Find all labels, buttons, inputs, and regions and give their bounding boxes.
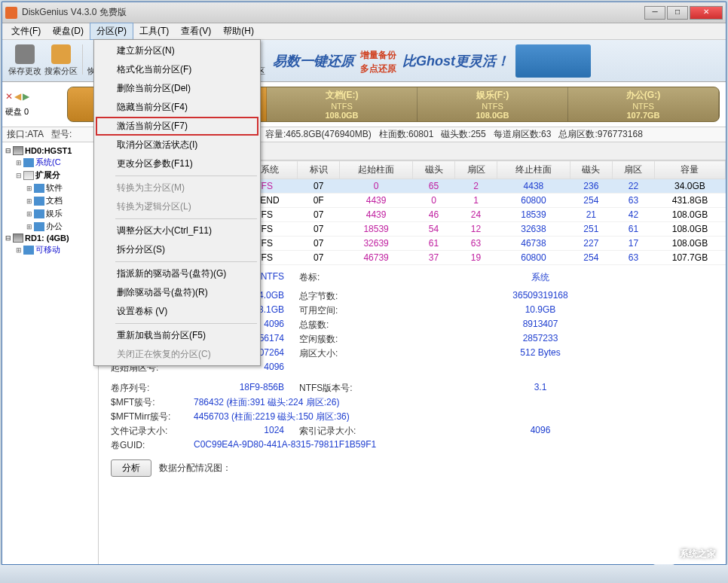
menu-item-icon bbox=[99, 305, 111, 317]
tree-vol-ent[interactable]: ⊞娱乐 bbox=[4, 207, 96, 220]
toolbar-搜索分区[interactable]: 搜索分区 bbox=[43, 44, 79, 77]
menu-reload[interactable]: 重新加载当前分区(F5) bbox=[96, 326, 258, 345]
col-header[interactable]: 磁头 bbox=[570, 161, 612, 179]
toolbar-icon bbox=[51, 44, 71, 64]
window-title: DiskGenius V4.3.0 免费版 bbox=[22, 6, 644, 19]
detail-serial-label: 卷序列号: bbox=[111, 382, 194, 395]
tree-expander-icon[interactable]: ⊞ bbox=[25, 185, 34, 192]
menu-deactivate-partition[interactable]: 取消分区激活状态(I) bbox=[96, 136, 258, 154]
cylinder-文档(E:)[interactable]: 文档(E:)NTFS108.0GB bbox=[267, 87, 418, 121]
nav-back-icon[interactable]: ◀ bbox=[14, 91, 21, 102]
menu-activate-partition[interactable]: 激活当前分区(F7) bbox=[96, 117, 258, 136]
tree-expander-icon[interactable]: ⊞ bbox=[25, 197, 34, 205]
menu-1[interactable]: 硬盘(D) bbox=[47, 23, 90, 39]
cylinder-办公(G:)[interactable]: 办公(G:)NTFS107.7GB bbox=[568, 87, 719, 121]
menu-format-partition[interactable]: 格式化当前分区(F) bbox=[96, 60, 258, 79]
nav-close-icon[interactable]: ✕ bbox=[5, 91, 13, 102]
menu-item-icon bbox=[99, 267, 111, 279]
menu-item-icon bbox=[100, 121, 112, 133]
tree-expander-icon[interactable]: ⊟ bbox=[4, 234, 13, 242]
detail-mftmirr-label: $MFTMirr簇号: bbox=[111, 411, 194, 423]
menu-hide-partition[interactable]: 隐藏当前分区(F4) bbox=[96, 98, 258, 117]
menu-set-label[interactable]: 设置卷标 (V) bbox=[96, 302, 258, 321]
menu-item-icon bbox=[99, 157, 111, 169]
tree-vol-icon bbox=[34, 222, 44, 231]
disk-nav: ✕ ◀ ▶ 硬盘 0 bbox=[2, 82, 61, 127]
tree-vol-removable[interactable]: ⊞可移动 bbox=[4, 243, 96, 256]
tree-hdd-icon bbox=[13, 146, 23, 155]
partition-menu-dropdown: 建立新分区(N)格式化当前分区(F)删除当前分区(Del)隐藏当前分区(F4)激… bbox=[93, 39, 261, 366]
tree-vol-office[interactable]: ⊞办公 bbox=[4, 220, 96, 233]
menu-split[interactable]: 拆分分区(S) bbox=[96, 240, 258, 259]
tree-disk-hd0[interactable]: ⊟HD0:HGST1 bbox=[4, 145, 96, 156]
minimize-button[interactable]: ─ bbox=[644, 6, 665, 20]
maximize-button[interactable]: □ bbox=[667, 6, 688, 20]
menu-change-params[interactable]: 更改分区参数(F11) bbox=[96, 154, 258, 173]
info-model: 型号: bbox=[51, 128, 72, 141]
tree-vol-icon bbox=[34, 197, 44, 206]
tree-expander-icon[interactable]: ⊞ bbox=[14, 159, 23, 166]
tree-disk-rd1[interactable]: ⊟RD1: (4GB) bbox=[4, 233, 96, 243]
menu-5[interactable]: 帮助(H) bbox=[217, 23, 260, 39]
menu-item-icon bbox=[99, 44, 111, 56]
menu-item-icon bbox=[99, 101, 111, 113]
col-header[interactable]: 磁头 bbox=[413, 161, 455, 179]
tree-vol-system[interactable]: ⊞系统(C bbox=[4, 156, 96, 169]
tree-disk-icon bbox=[23, 171, 34, 180]
tree-ext-partition[interactable]: ⊟扩展分 bbox=[4, 169, 96, 182]
menu-3[interactable]: 工具(T) bbox=[133, 23, 175, 39]
detail-mft-label: $MFT簇号: bbox=[111, 396, 194, 409]
info-spt: 每道扇区数:63 bbox=[494, 128, 552, 141]
tree-vol-doc[interactable]: ⊞文档 bbox=[4, 194, 96, 207]
ad-text-3: 比Ghost更灵活！ bbox=[402, 52, 509, 70]
menu-new-partition[interactable]: 建立新分区(N) bbox=[96, 41, 258, 60]
tree-vol-icon bbox=[23, 246, 34, 255]
disk-label: 硬盘 0 bbox=[5, 106, 58, 118]
col-header[interactable]: 容量 bbox=[654, 161, 725, 179]
cylinder-娱乐(F:)[interactable]: 娱乐(F:)NTFS108.0GB bbox=[418, 87, 568, 121]
menu-item-icon bbox=[99, 286, 111, 298]
menu-item-icon bbox=[99, 224, 111, 237]
menu-4[interactable]: 查看(V) bbox=[175, 23, 217, 39]
ad-image bbox=[515, 44, 591, 78]
menu-to-logical: 转换为逻辑分区(L) bbox=[96, 197, 258, 216]
detail-guid-label: 卷GUID: bbox=[111, 439, 194, 452]
col-header[interactable]: 扇区 bbox=[612, 161, 654, 179]
window-buttons: ─ □ ✕ bbox=[644, 6, 723, 20]
menu-to-primary: 转换为主分区(M) bbox=[96, 179, 258, 197]
menubar: 文件(F)硬盘(D)分区(P)工具(T)查看(V)帮助(H) bbox=[2, 23, 726, 40]
menu-delete-partition[interactable]: 删除当前分区(Del) bbox=[96, 79, 258, 98]
menu-remove-letter[interactable]: 删除驱动器号(盘符)(R) bbox=[96, 283, 258, 302]
watermark: 系统之家 bbox=[653, 542, 716, 565]
tree-vol-icon bbox=[34, 184, 44, 193]
col-header[interactable]: 标识 bbox=[298, 161, 340, 179]
tree-expander-icon[interactable]: ⊞ bbox=[14, 246, 23, 254]
detail-mftmirr: 4456703 (柱面:2219 磁头:150 扇区:36) bbox=[194, 411, 714, 423]
tree-vol-soft[interactable]: ⊞软件 bbox=[4, 182, 96, 194]
menu-assign-letter[interactable]: 指派新的驱动器号(盘符)(G) bbox=[96, 264, 258, 283]
menu-item-icon bbox=[99, 139, 111, 151]
menu-item-icon bbox=[99, 182, 111, 194]
nav-fwd-icon[interactable]: ▶ bbox=[23, 91, 29, 102]
analyze-button[interactable]: 分析 bbox=[111, 459, 151, 477]
col-header[interactable]: 终止柱面 bbox=[497, 161, 570, 179]
menu-2[interactable]: 分区(P) bbox=[90, 23, 133, 40]
tree-expander-icon[interactable]: ⊞ bbox=[25, 210, 34, 218]
close-button[interactable]: ✕ bbox=[690, 6, 723, 20]
col-header[interactable]: 扇区 bbox=[455, 161, 497, 179]
analyze-label: 数据分配情况图： bbox=[159, 462, 231, 475]
app-icon bbox=[5, 7, 17, 19]
tree-vol-icon bbox=[23, 158, 34, 167]
detail-serial: 18F9-856B bbox=[194, 382, 299, 395]
col-header[interactable]: 起始柱面 bbox=[340, 161, 413, 179]
menu-item-icon bbox=[99, 82, 111, 94]
toolbar-保存更改[interactable]: 保存更改 bbox=[7, 44, 43, 77]
tree-expander-icon[interactable]: ⊟ bbox=[14, 172, 23, 179]
menu-resize[interactable]: 调整分区大小(Ctrl_F11) bbox=[96, 221, 258, 240]
tree-expander-icon[interactable]: ⊟ bbox=[4, 147, 13, 154]
tree-expander-icon[interactable]: ⊞ bbox=[25, 223, 34, 230]
ad-text-1: 易数一键还原 bbox=[273, 52, 354, 70]
detail-idxrec: 4096 bbox=[367, 425, 714, 438]
menu-0[interactable]: 文件(F) bbox=[5, 23, 47, 39]
tree-vol-icon bbox=[34, 209, 44, 218]
